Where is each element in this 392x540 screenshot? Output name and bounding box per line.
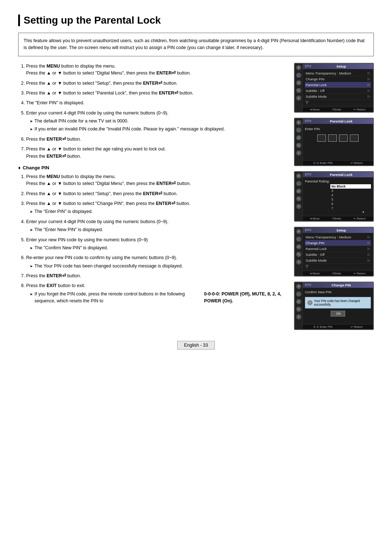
change-pin-header: Change PIN bbox=[18, 165, 287, 170]
sidebar-icon-s24: 🔧 bbox=[296, 252, 301, 257]
cp-step-5: Enter your new PIN code by using the num… bbox=[26, 237, 287, 252]
tv-body-setup1: Menu Transparency : Medium ▷ Change PIN … bbox=[303, 69, 373, 107]
step-3: Press the ▲ or ▼ button to select "Paren… bbox=[26, 90, 287, 97]
step-2: Press the ▲ or ▼ button to select "Setup… bbox=[26, 80, 287, 87]
ok-button[interactable]: OK bbox=[331, 311, 345, 317]
menu-item-parentallock: Parental Lock ▷ bbox=[305, 82, 371, 88]
rating-4: 4 bbox=[330, 193, 371, 197]
rating-7: 7 bbox=[330, 206, 371, 210]
step-6: Press the ENTER⏎ button. bbox=[26, 136, 287, 143]
cp-step-3: Press the ▲ or ▼ button to select "Chang… bbox=[26, 200, 287, 215]
step-4: The "Enter PIN" is displayed. bbox=[26, 100, 287, 106]
menu-item-subtitle: Subtitle : Off ▷ bbox=[305, 88, 371, 94]
info-icon: i bbox=[307, 300, 313, 305]
cp-step-8: Press the EXIT button to exit. If you fo… bbox=[26, 282, 287, 305]
tv-body-pin: Enter PIN bbox=[303, 124, 373, 160]
tv-footer-changepin: ⊙ ⊙ Enter PIN ↩ Return bbox=[303, 324, 373, 329]
pin-box-3 bbox=[339, 134, 348, 142]
menu-item-subtitlemode: Subtitle Mode ▷ bbox=[305, 94, 371, 100]
sidebar-icon-s22: 📺 bbox=[296, 237, 301, 242]
tv-body-rating: Parental Rating: No Block 3 4 5 6 7 ▼ bbox=[303, 177, 373, 216]
page-title: Setting up the Parental Lock bbox=[18, 15, 374, 26]
sidebar-icon-cp1: ⚙ bbox=[296, 284, 301, 289]
rating-scroll: ▼ bbox=[356, 210, 371, 214]
s2-parentallock: Parental Lock ▷ bbox=[305, 246, 371, 252]
tv-body-setup2: Menu Transparency : Medium ▷ Change PIN … bbox=[303, 233, 373, 271]
sidebar-icon-5: ℹ bbox=[296, 96, 301, 101]
sidebar-icon-3: 🔊 bbox=[296, 80, 301, 85]
tv-screen-rating: ⚙ 📺 🔊 🔧 ℹ DTV Parental Lock Parental Rat… bbox=[294, 171, 374, 222]
tv-sidebar-cp: ⚙ 📺 🔊 🔧 ℹ bbox=[295, 282, 303, 329]
sidebar-icon-r4: 🔧 bbox=[296, 196, 301, 201]
tv-sidebar-rating: ⚙ 📺 🔊 🔧 ℹ bbox=[295, 172, 303, 221]
tv-screen-setup1: ⚙ 📺 🔊 🔧 ℹ DTV Setup Menu Transparency : … bbox=[294, 63, 374, 113]
rating-5: 5 bbox=[330, 197, 371, 202]
sidebar-icon-r3: 🔊 bbox=[296, 189, 301, 194]
rating-no-block: No Block bbox=[330, 184, 371, 189]
tv-screen-setup2: ⚙ 📺 🔊 🔧 ℹ DTV Setup Menu Transparency : … bbox=[294, 227, 374, 277]
tv-footer-setup2: ♦ Move ⏎Enter ↩ Return bbox=[303, 271, 373, 276]
sidebar-icon-p2: 📺 bbox=[296, 128, 301, 133]
tv-sidebar: ⚙ 📺 🔊 🔧 ℹ bbox=[295, 64, 303, 112]
footer-box: English - 33 bbox=[177, 341, 215, 350]
sidebar-icon-s23: 🔊 bbox=[296, 244, 301, 249]
cp-step-7: Press the ENTER⏎ button. bbox=[26, 273, 287, 279]
s2-subtitlemode: Subtitle Mode ▷ bbox=[305, 258, 371, 263]
pin-boxes bbox=[317, 134, 359, 142]
tv-header-pin: DTV Parental Lock bbox=[303, 118, 373, 124]
sidebar-icon-p1: ⚙ bbox=[296, 120, 301, 125]
cp-step-1: Press the MENU button to display the men… bbox=[26, 173, 287, 188]
tv-header-setup2: DTV Setup bbox=[303, 227, 373, 233]
tv-body-changepin: Confirm New PIN i Your PIN code has been… bbox=[303, 288, 373, 324]
tv-header-rating: DTV Parental Lock bbox=[303, 172, 373, 177]
success-message-box: i Your PIN code has been changed success… bbox=[305, 297, 371, 309]
tv-header-changepin: DTV Change PIN bbox=[303, 282, 373, 288]
menu-item-transparency: Menu Transparency : Medium ▷ bbox=[305, 70, 371, 76]
left-column: Press the MENU button to display the men… bbox=[18, 63, 287, 330]
sidebar-icon-r1: ⚙ bbox=[296, 173, 301, 178]
right-column: ⚙ 📺 🔊 🔧 ℹ DTV Setup Menu Transparency : … bbox=[294, 63, 374, 330]
sidebar-icon-cp4: 🔧 bbox=[296, 307, 301, 312]
menu-item-down: ▽ bbox=[305, 100, 371, 105]
sidebar-icon-cp3: 🔊 bbox=[296, 299, 301, 304]
sidebar-icon-4: 🔧 bbox=[296, 88, 301, 93]
menu-item-changepin: Change PIN ▷ bbox=[305, 76, 371, 82]
sidebar-icon-s25: ℹ bbox=[296, 259, 301, 265]
step-7: Press the ▲ or ▼ button to select the ag… bbox=[26, 146, 287, 160]
sidebar-icon-r2: 📺 bbox=[296, 181, 301, 186]
cp-step-4: Enter your current 4-digit PIN code by u… bbox=[26, 218, 287, 234]
parental-rating-label: Parental Rating: bbox=[305, 179, 371, 183]
s2-transparency: Menu Transparency : Medium ▷ bbox=[305, 234, 371, 240]
intro-box: This feature allows you to prevent unaut… bbox=[18, 33, 374, 56]
parental-lock-steps: Press the MENU button to display the men… bbox=[18, 63, 287, 160]
s2-subtitle: Subtitle : Off ▷ bbox=[305, 252, 371, 258]
change-pin-steps: Press the MENU button to display the men… bbox=[18, 173, 287, 305]
tv-footer-setup1: ♦ Move ⏎Enter ↩ Return bbox=[303, 107, 373, 112]
sidebar-icon-cp2: 📺 bbox=[296, 291, 301, 297]
s2-down: ▽ bbox=[305, 263, 371, 269]
pin-box-4 bbox=[350, 134, 359, 142]
sidebar-icon-p5: ℹ bbox=[296, 150, 301, 156]
cp-step-2: Press the ▲ or ▼ button to select "Setup… bbox=[26, 190, 287, 197]
pin-box-2 bbox=[328, 134, 337, 142]
s2-changepin: Change PIN ▷ bbox=[305, 240, 371, 246]
tv-footer-rating: ♦ Move ⏎Enter ↩ Return bbox=[303, 216, 373, 221]
step-5: Enter your current 4-digit PIN code by u… bbox=[26, 110, 287, 133]
rating-3: 3 bbox=[330, 189, 371, 193]
sidebar-icon-2: 📺 bbox=[296, 73, 301, 78]
tv-sidebar-pin: ⚙ 📺 🔊 🔧 ℹ bbox=[295, 118, 303, 165]
sidebar-icon-p4: 🔧 bbox=[296, 143, 301, 148]
tv-sidebar-s2: ⚙ 📺 🔊 🔧 ℹ bbox=[295, 227, 303, 276]
tv-header-setup1: DTV Setup bbox=[303, 64, 373, 69]
page-footer: English - 33 bbox=[18, 341, 374, 350]
sidebar-icon-r5: ℹ bbox=[296, 204, 301, 209]
pin-box-1 bbox=[317, 134, 326, 142]
tv-screen-pin: ⚙ 📺 🔊 🔧 ℹ DTV Parental Lock Enter PIN bbox=[294, 118, 374, 166]
sidebar-icon-s21: ⚙ bbox=[296, 229, 301, 234]
rating-list: No Block 3 4 5 6 7 ▼ bbox=[330, 184, 371, 214]
tv-footer-pin: ⊙ ⊙ Enter PIN ↩ Return bbox=[303, 160, 373, 165]
tv-screen-changepin: ⚙ 📺 🔊 🔧 ℹ DTV Change PIN Confirm New PIN bbox=[294, 282, 374, 330]
sidebar-icon-p3: 🔊 bbox=[296, 135, 301, 140]
cp-step-6: Re-enter your new PIN code to confirm by… bbox=[26, 254, 287, 270]
sidebar-icon-1: ⚙ bbox=[296, 65, 301, 70]
